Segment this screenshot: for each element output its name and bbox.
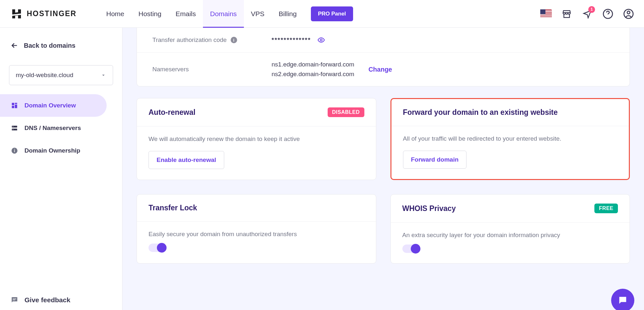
main-nav: Home Hosting Emails Domains VPS Billing … xyxy=(99,0,353,27)
brand-name: HOSTINGER xyxy=(27,9,77,18)
svg-rect-8 xyxy=(12,129,17,131)
svg-point-9 xyxy=(13,126,14,127)
feedback-label: Give feedback xyxy=(24,296,70,304)
card-description: Easily secure your domain from unauthori… xyxy=(149,231,364,238)
card-header: Auto-renewal DISABLED xyxy=(137,98,376,126)
chat-fab-button[interactable] xyxy=(611,289,634,310)
card-title: WHOIS Privacy xyxy=(402,204,456,213)
account-icon[interactable] xyxy=(623,8,634,20)
nameservers-value: ns1.edge.domain-forward.com ns2.edge.dom… xyxy=(272,61,392,78)
nav-hosting[interactable]: Hosting xyxy=(131,0,168,27)
nameservers-row: Nameservers ns1.edge.domain-forward.com … xyxy=(137,52,630,86)
whois-privacy-card: WHOIS Privacy FREE An extra security lay… xyxy=(390,194,630,264)
server-icon xyxy=(10,124,19,132)
svg-rect-3 xyxy=(12,103,14,105)
chevron-down-icon xyxy=(101,72,106,78)
pro-panel-button[interactable]: PRO Panel xyxy=(311,6,353,21)
nav-emails[interactable]: Emails xyxy=(168,0,203,27)
auth-code-row: Transfer authorization code i **********… xyxy=(137,28,630,52)
card-title: Forward your domain to an existing websi… xyxy=(403,108,558,117)
svg-rect-6 xyxy=(12,106,14,108)
eye-icon[interactable] xyxy=(317,36,325,44)
auth-code-value: ************* xyxy=(272,36,311,44)
main-content: Transfer authorization code i **********… xyxy=(122,28,644,310)
nameservers-list: ns1.edge.domain-forward.com ns2.edge.dom… xyxy=(272,61,354,78)
svg-rect-5 xyxy=(15,105,17,108)
give-feedback-link[interactable]: Give feedback xyxy=(0,290,122,310)
header-actions: 1 xyxy=(540,8,634,20)
nav-home[interactable]: Home xyxy=(99,0,131,27)
main-header: HOSTINGER Home Hosting Emails Domains VP… xyxy=(0,0,644,28)
selected-domain: my-old-website.cloud xyxy=(16,72,73,79)
info-icon xyxy=(10,146,19,155)
nameserver-2: ns2.edge.domain-forward.com xyxy=(272,71,354,78)
sidebar-item-ownership[interactable]: Domain Ownership xyxy=(0,139,107,162)
auth-code-label-text: Transfer authorization code xyxy=(152,36,227,44)
card-body: We will automatically renew the domain t… xyxy=(137,126,376,179)
nav-domains[interactable]: Domains xyxy=(203,0,244,27)
svg-rect-12 xyxy=(14,150,15,152)
toggle-knob xyxy=(157,243,167,253)
domain-details-card: Transfer authorization code i **********… xyxy=(137,28,630,86)
auth-code-value-wrap: ************* xyxy=(272,36,325,44)
card-body: All of your traffic will be redirected t… xyxy=(391,126,629,179)
nav-vps[interactable]: VPS xyxy=(244,0,272,27)
card-body: An extra security layer for your domain … xyxy=(391,223,630,263)
free-badge: FREE xyxy=(594,204,618,213)
sidebar-item-label: DNS / Nameservers xyxy=(24,125,81,132)
auth-code-label: Transfer authorization code i xyxy=(152,36,272,44)
disabled-badge: DISABLED xyxy=(328,107,364,117)
chat-icon xyxy=(10,296,19,304)
back-label: Back to domains xyxy=(24,42,75,49)
language-selector[interactable] xyxy=(540,8,552,20)
cards-grid: Auto-renewal DISABLED We will automatica… xyxy=(137,98,630,264)
hostinger-logo-icon xyxy=(11,8,23,20)
change-nameservers-link[interactable]: Change xyxy=(369,66,392,73)
sidebar-item-dns[interactable]: DNS / Nameservers xyxy=(0,117,107,139)
card-description: We will automatically renew the domain t… xyxy=(149,135,364,143)
card-title: Auto-renewal xyxy=(149,108,196,117)
svg-rect-4 xyxy=(15,103,17,104)
sidebar-item-overview[interactable]: Domain Overview xyxy=(0,94,107,117)
card-description: All of your traffic will be redirected t… xyxy=(403,135,618,142)
svg-point-2 xyxy=(627,11,630,14)
card-header: Transfer Lock xyxy=(137,195,376,222)
card-header: Forward your domain to an existing websi… xyxy=(391,99,629,126)
forward-domain-card: Forward your domain to an existing websi… xyxy=(390,98,630,180)
sidebar-item-label: Domain Overview xyxy=(24,102,76,109)
card-description: An extra security layer for your domain … xyxy=(402,232,618,239)
whois-privacy-toggle[interactable] xyxy=(402,245,420,253)
dashboard-icon xyxy=(10,101,19,110)
back-to-domains-link[interactable]: Back to domains xyxy=(0,34,122,59)
main-layout: Back to domains my-old-website.cloud Dom… xyxy=(0,28,644,310)
svg-point-16 xyxy=(320,39,322,41)
transfer-lock-card: Transfer Lock Easily secure your domain … xyxy=(137,194,376,264)
card-body: Easily secure your domain from unauthori… xyxy=(137,222,376,262)
nav-billing[interactable]: Billing xyxy=(272,0,304,27)
store-icon[interactable] xyxy=(561,8,572,20)
svg-rect-14 xyxy=(13,299,16,299)
svg-point-10 xyxy=(13,129,14,130)
info-tooltip-icon[interactable]: i xyxy=(231,37,237,43)
svg-rect-15 xyxy=(13,300,15,300)
brand-logo[interactable]: HOSTINGER xyxy=(11,8,77,20)
enable-auto-renewal-button[interactable]: Enable auto-renewal xyxy=(149,151,224,169)
sidebar: Back to domains my-old-website.cloud Dom… xyxy=(0,28,122,310)
notification-badge: 1 xyxy=(588,6,595,13)
forward-domain-button[interactable]: Forward domain xyxy=(403,151,467,169)
svg-rect-7 xyxy=(12,126,17,128)
card-header: WHOIS Privacy FREE xyxy=(391,195,630,223)
transfer-lock-toggle[interactable] xyxy=(149,244,166,252)
chat-bubble-icon xyxy=(618,295,628,305)
domain-selector[interactable]: my-old-website.cloud xyxy=(9,65,113,85)
auto-renewal-card: Auto-renewal DISABLED We will automatica… xyxy=(137,98,376,180)
toggle-knob xyxy=(411,244,420,254)
notifications-icon[interactable]: 1 xyxy=(582,8,593,20)
arrow-left-icon xyxy=(10,41,19,50)
nameservers-label: Nameservers xyxy=(152,66,272,73)
nameserver-1: ns1.edge.domain-forward.com xyxy=(272,61,354,68)
svg-point-13 xyxy=(14,149,15,149)
help-icon[interactable] xyxy=(602,8,614,20)
sidebar-item-label: Domain Ownership xyxy=(24,147,80,154)
card-title: Transfer Lock xyxy=(149,204,197,212)
